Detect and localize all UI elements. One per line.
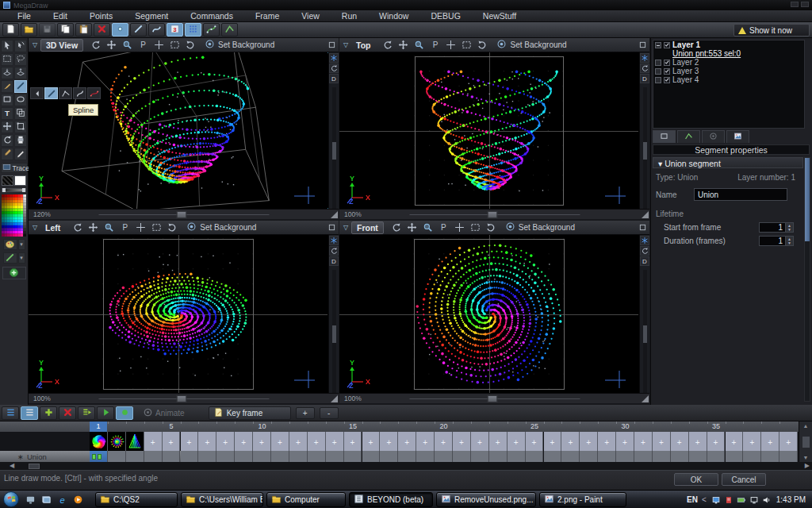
layer-item[interactable]: Layer 1: [653, 40, 804, 49]
add-frame-button[interactable]: [40, 406, 57, 420]
snowflake-icon[interactable]: [640, 236, 649, 245]
timeline-track[interactable]: ∗ Union: [0, 451, 812, 462]
alert-tray-icon[interactable]: [723, 495, 734, 506]
viewport-scrollbar[interactable]: [332, 87, 336, 209]
start-button[interactable]: [3, 491, 19, 507]
open-button[interactable]: [21, 23, 37, 37]
pan-icon[interactable]: [86, 222, 100, 233]
frame-cell[interactable]: +: [181, 432, 199, 451]
name-field[interactable]: [694, 188, 787, 201]
color-palette[interactable]: [2, 194, 26, 237]
layer-box-icon[interactable]: [655, 77, 661, 83]
layer-item[interactable]: Layer 3: [653, 67, 804, 75]
frame-cell[interactable]: +: [416, 432, 435, 451]
track-cell[interactable]: [326, 451, 344, 462]
volume-tray-icon[interactable]: [761, 495, 772, 506]
zoom-slider-handle[interactable]: [488, 395, 498, 402]
viewport-menu-arrow-icon[interactable]: ▽: [30, 41, 40, 48]
frame-cell[interactable]: +: [235, 432, 253, 451]
stepper-arrows-icon[interactable]: ▲▼: [786, 222, 794, 233]
white-swatch[interactable]: [14, 175, 26, 186]
frame-cell[interactable]: +: [163, 432, 181, 451]
spline-tool-button[interactable]: [73, 87, 86, 99]
frame-cell[interactable]: +: [471, 432, 489, 451]
viewport-menu-arrow-icon[interactable]: ▽: [341, 41, 350, 48]
set-background-button[interactable]: Set Background: [186, 221, 256, 233]
minimize-icon[interactable]: [791, 2, 799, 7]
scroll-thumb[interactable]: [643, 325, 647, 343]
frame-cell[interactable]: [90, 432, 108, 451]
track-cell[interactable]: [126, 451, 144, 462]
track-cell[interactable]: [671, 451, 689, 462]
track-cell[interactable]: [362, 451, 381, 462]
frame-cell[interactable]: +: [707, 432, 726, 451]
zoom-slider[interactable]: [409, 214, 580, 215]
print-tool[interactable]: [14, 134, 27, 147]
scroll-thumb[interactable]: [802, 437, 810, 448]
record-button[interactable]: [116, 406, 133, 420]
animate-toggle[interactable]: Animate: [143, 407, 185, 419]
track-cell[interactable]: [561, 451, 580, 462]
track-cell[interactable]: [198, 451, 216, 462]
point-tool-button[interactable]: [112, 23, 128, 37]
zoom-slider-handle[interactable]: [488, 211, 498, 218]
display-tray-icon[interactable]: [710, 495, 722, 506]
frame-cell[interactable]: +: [526, 432, 544, 451]
orbit-icon[interactable]: [89, 40, 102, 51]
menu-run[interactable]: Run: [331, 10, 368, 22]
track-cell[interactable]: [344, 451, 362, 462]
pattern-swatch[interactable]: [2, 175, 13, 186]
timeline-menu-button[interactable]: [2, 406, 19, 420]
rotate-icon[interactable]: [184, 40, 197, 51]
network-tray-icon[interactable]: [749, 495, 760, 506]
frame-cell[interactable]: +: [671, 432, 689, 451]
scroll-thumb[interactable]: [332, 325, 336, 343]
menu-window[interactable]: Window: [368, 10, 419, 22]
start-frame-stepper[interactable]: 1 ▲▼: [759, 222, 794, 233]
move-tool[interactable]: [1, 121, 13, 133]
line-tool-button[interactable]: [130, 23, 147, 37]
rotate-icon[interactable]: [166, 222, 179, 233]
list-view-button[interactable]: [21, 406, 38, 420]
resize-tool[interactable]: [14, 121, 27, 133]
frame-cell[interactable]: +: [761, 432, 779, 451]
viewport-menu-arrow-icon[interactable]: ▽: [341, 224, 350, 231]
menu-newstuff[interactable]: NewStuff: [472, 10, 527, 22]
orbit-icon[interactable]: [389, 222, 403, 233]
layer-segment-item[interactable]: Union pnt:553 sel:0: [653, 49, 804, 58]
track-cell[interactable]: [616, 451, 634, 462]
taskbar-button[interactable]: Computer: [266, 492, 346, 507]
track-cell[interactable]: [216, 451, 235, 462]
zoom-icon[interactable]: [412, 40, 426, 51]
collapse-tool-button[interactable]: [30, 87, 44, 99]
rotate-tool-tool[interactable]: [1, 134, 13, 147]
push-tool-tool[interactable]: [1, 67, 13, 79]
clock[interactable]: 1:43 PM: [776, 495, 806, 504]
ok-button[interactable]: OK: [674, 473, 718, 486]
track-cell[interactable]: [90, 451, 108, 462]
viewport-scrollbar[interactable]: [332, 270, 336, 393]
line-tool-tool[interactable]: [14, 80, 27, 93]
zoom-slider[interactable]: [409, 398, 580, 399]
scroll-thumb[interactable]: [332, 142, 336, 160]
rect-icon[interactable]: [168, 40, 182, 51]
snowflake-icon[interactable]: [640, 53, 649, 63]
frame-cell[interactable]: +: [598, 432, 616, 451]
track-cell[interactable]: [743, 451, 761, 462]
visibility-checkbox[interactable]: [664, 77, 670, 83]
scroll-thumb[interactable]: [643, 142, 647, 160]
orbit-icon[interactable]: [640, 64, 649, 73]
internet-explorer-icon[interactable]: e: [56, 493, 68, 506]
track-cell[interactable]: [779, 451, 798, 462]
viewport-menu-arrow-icon[interactable]: ▽: [30, 224, 40, 231]
frame-cell[interactable]: +: [308, 432, 326, 451]
palette-dropdown-icon[interactable]: ▾: [18, 239, 25, 250]
menu-frame[interactable]: Frame: [244, 10, 290, 22]
layer-item[interactable]: Layer 2: [653, 58, 804, 67]
frame-cell[interactable]: +: [634, 432, 653, 451]
taskbar-button[interactable]: RemoveUnused.png...: [436, 492, 536, 507]
track-cell[interactable]: [308, 451, 326, 462]
frame-cell[interactable]: +: [253, 432, 271, 451]
track-cell[interactable]: [253, 451, 271, 462]
crosshair-icon[interactable]: [444, 40, 458, 51]
